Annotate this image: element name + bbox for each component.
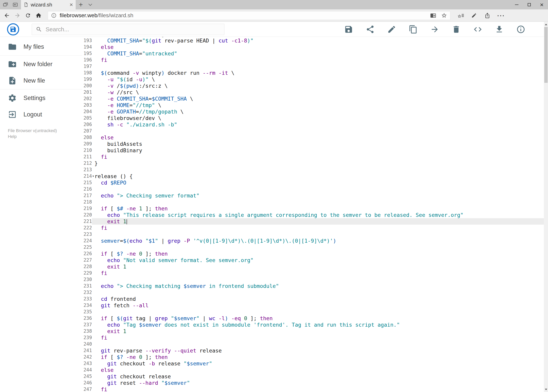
- code-line[interactable]: 223: [82, 231, 548, 238]
- code-line[interactable]: 247 fi: [82, 386, 548, 392]
- fold-marker-icon[interactable]: ▾: [92, 173, 95, 179]
- sidebar-item-logout[interactable]: Logout: [0, 106, 82, 123]
- code-line[interactable]: 203 -e HOME="//tmp" \: [82, 102, 548, 108]
- scrollbar-thumb[interactable]: [544, 27, 548, 83]
- code-line[interactable]: 235: [82, 309, 548, 315]
- code-line[interactable]: 214▾release () {: [82, 173, 548, 179]
- sidebar-item-settings[interactable]: Settings: [0, 90, 82, 106]
- code-line[interactable]: 240: [82, 341, 548, 347]
- home-button[interactable]: [33, 10, 44, 21]
- code-text: release () {: [95, 173, 548, 179]
- code-line[interactable]: 206 sh -c "./wizard.sh -b": [82, 121, 548, 128]
- code-line[interactable]: 195 COMMIT_SHA="untracked": [82, 50, 548, 57]
- maximize-button[interactable]: [523, 0, 535, 9]
- code-line[interactable]: 209 buildAssets: [82, 141, 548, 147]
- annotate-button[interactable]: [468, 10, 480, 21]
- code-line[interactable]: 228 exit 1: [82, 263, 548, 270]
- code-line[interactable]: 202 -e COMMIT_SHA=$COMMIT_SHA \: [82, 96, 548, 102]
- filebrowser-logo[interactable]: [7, 23, 19, 35]
- hub-button[interactable]: [455, 10, 466, 21]
- scroll-up-button[interactable]: [544, 22, 548, 27]
- code-line[interactable]: 198 $(command -v winpty) docker run --rm…: [82, 70, 548, 76]
- set-tabs-aside-button[interactable]: [11, 1, 19, 9]
- code-line[interactable]: 205 filebrowser/dev \: [82, 115, 548, 121]
- scroll-down-button[interactable]: [544, 387, 548, 392]
- close-window-button[interactable]: ×: [535, 0, 548, 9]
- favorite-star-button[interactable]: [441, 13, 447, 18]
- code-line[interactable]: 200 -v /$(pwd):/src:z \: [82, 83, 548, 89]
- code-line[interactable]: 208 else: [82, 134, 548, 141]
- code-line[interactable]: 221 exit 1: [82, 218, 548, 225]
- minimize-button[interactable]: [510, 0, 523, 9]
- code-line[interactable]: 204 -e GOPATH=//tmp/gopath \: [82, 108, 548, 115]
- toolbar-download-button[interactable]: [495, 25, 504, 34]
- code-line[interactable]: 236 if [ $(git tag | grep "$semver" | wc…: [82, 315, 548, 322]
- toolbar-copy-button[interactable]: [409, 25, 418, 34]
- code-line[interactable]: 210 buildBinary: [82, 147, 548, 154]
- code-line[interactable]: 226 if [ $? -ne 0 ]; then: [82, 251, 548, 257]
- code-line[interactable]: 239 fi: [82, 335, 548, 341]
- tab-close-icon[interactable]: ×: [69, 2, 73, 8]
- code-line[interactable]: 193 COMMIT_SHA="$(git rev-parse HEAD | c…: [82, 37, 548, 44]
- tabs-aside-button[interactable]: [1, 1, 9, 9]
- page-scrollbar[interactable]: [544, 22, 548, 392]
- code-line[interactable]: 227 echo "Not valid semver format. See s…: [82, 257, 548, 263]
- refresh-button[interactable]: [23, 10, 33, 21]
- more-options-button[interactable]: ⋯: [495, 10, 506, 21]
- code-line[interactable]: 194 else: [82, 44, 548, 50]
- code-line[interactable]: 244 else: [82, 367, 548, 373]
- code-line[interactable]: 220 echo "This release script requires a…: [82, 212, 548, 218]
- code-line[interactable]: 197: [82, 63, 548, 70]
- code-line[interactable]: 237 echo "Tag $semver does not exist in …: [82, 322, 548, 328]
- code-editor[interactable]: 192 if [ "$(command -v git)" != "" ]; th…: [82, 37, 548, 392]
- sidebar-item-my-files[interactable]: My files: [0, 39, 82, 55]
- code-line[interactable]: 231 echo "> Checking matching $semver in…: [82, 283, 548, 289]
- reading-view-button[interactable]: [430, 13, 436, 18]
- back-button[interactable]: [1, 10, 12, 21]
- toolbar-delete-button[interactable]: [452, 25, 461, 34]
- code-line[interactable]: 211 fi: [82, 154, 548, 160]
- toolbar-code-button[interactable]: [473, 25, 482, 34]
- code-line[interactable]: 230: [82, 276, 548, 283]
- code-line[interactable]: 243 git checkout -b release "$semver": [82, 360, 548, 367]
- toolbar-share-button[interactable]: [366, 25, 375, 34]
- code-line[interactable]: 224 semver=$(echo "$1" | grep -P '^v(0|[…: [82, 238, 548, 244]
- code-line[interactable]: 222 fi: [82, 225, 548, 231]
- new-tab-button[interactable]: +: [76, 0, 86, 9]
- help-link[interactable]: Help: [8, 134, 82, 140]
- sidebar-item-new-folder[interactable]: New folder: [0, 56, 82, 72]
- code-line[interactable]: 229 fi: [82, 270, 548, 276]
- code-line[interactable]: 212}: [82, 160, 548, 167]
- code-line[interactable]: 245 git checkout release: [82, 373, 548, 380]
- code-line[interactable]: 242 if [ $? -ne 0 ]; then: [82, 354, 548, 360]
- toolbar-save-button[interactable]: [344, 25, 353, 34]
- code-line[interactable]: 225: [82, 244, 548, 251]
- toolbar-info-button[interactable]: [516, 25, 525, 34]
- code-line[interactable]: 201 -w //src \: [82, 89, 548, 96]
- code-line[interactable]: 207: [82, 128, 548, 134]
- search-box[interactable]: [32, 24, 224, 35]
- toolbar-move-button[interactable]: [430, 25, 439, 34]
- code-line[interactable]: 199 -u "$(id -u)" \: [82, 76, 548, 83]
- code-line[interactable]: 196 fi: [82, 57, 548, 63]
- tab-preview-chevron[interactable]: [86, 0, 95, 9]
- code-line[interactable]: 246 git reset --hard "$semver": [82, 380, 548, 386]
- sidebar-item-new-file[interactable]: New file: [0, 72, 82, 89]
- code-line[interactable]: 241 git rev-parse --verify --quiet relea…: [82, 347, 548, 354]
- code-line[interactable]: 238 exit 1: [82, 328, 548, 335]
- code-line[interactable]: 233 cd frontend: [82, 296, 548, 302]
- code-line[interactable]: 216: [82, 186, 548, 192]
- search-input[interactable]: [46, 26, 220, 33]
- code-line[interactable]: 218: [82, 199, 548, 205]
- code-line[interactable]: 219 if [ $# -ne 1 ]; then: [82, 205, 548, 212]
- code-line[interactable]: 234 git fetch --all: [82, 302, 548, 309]
- share-page-button[interactable]: [482, 10, 493, 21]
- toolbar-edit-button[interactable]: [387, 25, 396, 34]
- browser-tab[interactable]: wizard.sh ×: [21, 0, 76, 9]
- code-line[interactable]: 215 cd $REPO: [82, 179, 548, 186]
- url-field[interactable]: filebrowser.web/files/wizard.sh: [48, 11, 450, 20]
- code-line[interactable]: 217 echo "> Checking semver format": [82, 192, 548, 199]
- forward-button[interactable]: [12, 10, 23, 21]
- code-line[interactable]: 213: [82, 167, 548, 173]
- code-line[interactable]: 232: [82, 289, 548, 296]
